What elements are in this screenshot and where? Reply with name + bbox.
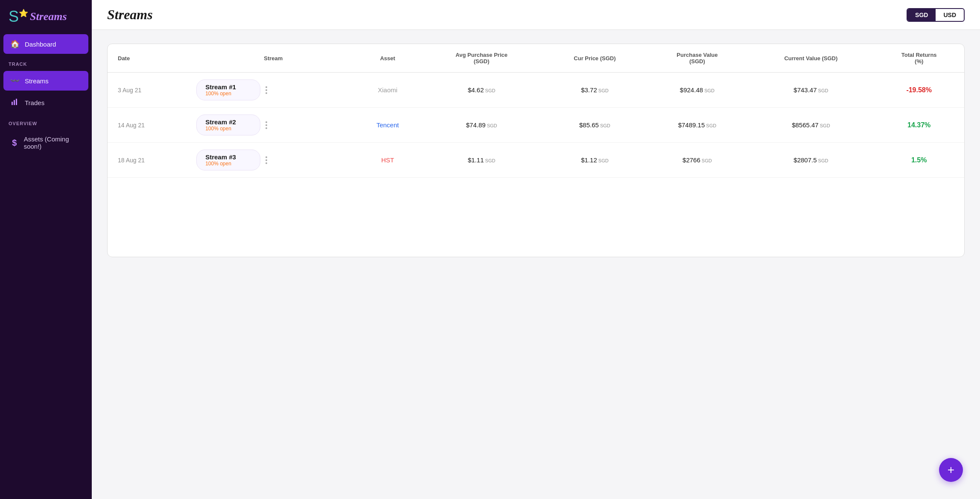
sidebar-section-overview: OVERVIEW (0, 114, 92, 129)
plus-icon: + (948, 463, 954, 477)
logo-star: ⭐ (19, 9, 28, 18)
cell-purchase-value-1: $7489.15 SGD (646, 108, 748, 143)
cell-asset-2: HST (355, 143, 420, 178)
table-row: 3 Aug 21 Stream #1 100% open Xiaomi $4.6… (108, 73, 964, 108)
purchase-value-val-2: $2766 (682, 156, 700, 164)
cur-price-val-0: $3.72 (581, 86, 597, 94)
stream-name-0: Stream #1 (205, 83, 236, 91)
returns-val-1: 14.37% (907, 121, 930, 129)
streams-content: Date Stream Asset Avg Purchase Price(SGD… (92, 30, 980, 499)
logo-icon: S (9, 8, 19, 26)
stream-name-2: Stream #3 (205, 153, 236, 161)
sidebar-item-label: Dashboard (25, 41, 56, 48)
sidebar-item-trades[interactable]: Trades (3, 92, 88, 113)
col-cur-price: Cur Price (SGD) (543, 44, 646, 73)
col-purchase-value: Purchase Value(SGD) (646, 44, 748, 73)
avg-price-val-2: $1.11 (468, 156, 484, 164)
stream-name-1: Stream #2 (205, 118, 236, 126)
asset-name-2: HST (381, 156, 394, 164)
cur-price-val-2: $1.12 (581, 156, 597, 164)
menu-dots-0[interactable] (264, 85, 269, 96)
cell-avg-price-0: $4.62 SGD (420, 73, 543, 108)
sidebar: S ⭐ Streams 🏠 Dashboard TRACK 〰️ Streams… (0, 0, 92, 499)
main-content: Streams SGD USD Date Stream Asset Avg Pu… (92, 0, 980, 499)
sidebar-item-streams[interactable]: 〰️ Streams (3, 71, 88, 91)
sidebar-section-track: TRACK (0, 55, 92, 70)
returns-val-2: 1.5% (911, 156, 927, 164)
assets-icon: $ (10, 138, 19, 148)
purchase-value-val-1: $7489.15 (678, 121, 705, 129)
home-icon: 🏠 (10, 39, 20, 49)
menu-dots-1[interactable] (264, 120, 269, 131)
table-row: 14 Aug 21 Stream #2 100% open Tencent $7… (108, 108, 964, 143)
col-asset: Asset (355, 44, 420, 73)
app-logo: S ⭐ Streams (0, 0, 92, 33)
stream-card-1[interactable]: Stream #2 100% open (196, 114, 260, 135)
current-value-val-1: $8565.47 (792, 121, 819, 129)
avg-price-val-0: $4.62 (468, 86, 484, 94)
asset-name-1: Tencent (376, 121, 399, 129)
purchase-value-val-0: $924.48 (680, 86, 703, 94)
streams-icon: 〰️ (10, 76, 20, 85)
col-stream: Stream (191, 44, 355, 73)
avg-price-val-1: $74.89 (466, 121, 486, 129)
returns-val-0: -19.58% (906, 86, 932, 94)
cell-date-2: 18 Aug 21 (108, 143, 191, 178)
cell-purchase-value-0: $924.48 SGD (646, 73, 748, 108)
cell-cur-price-1: $85.65 SGD (543, 108, 646, 143)
stream-status-0: 100% open (205, 91, 231, 97)
currency-toggle: SGD USD (907, 8, 965, 22)
trades-icon (10, 97, 20, 108)
cell-avg-price-1: $74.89 SGD (420, 108, 543, 143)
cell-asset-1: Tencent (355, 108, 420, 143)
currency-usd-button[interactable]: USD (936, 9, 964, 21)
table-header-row: Date Stream Asset Avg Purchase Price(SGD… (108, 44, 964, 73)
cell-avg-price-2: $1.11 SGD (420, 143, 543, 178)
col-total-returns: Total Returns(%) (874, 44, 964, 73)
cell-returns-1: 14.37% (874, 108, 964, 143)
cell-returns-2: 1.5% (874, 143, 964, 178)
cell-cur-price-2: $1.12 SGD (543, 143, 646, 178)
svg-rect-0 (12, 102, 13, 105)
main-header: Streams SGD USD (92, 0, 980, 30)
asset-name-0: Xiaomi (378, 86, 397, 94)
cell-current-value-1: $8565.47 SGD (748, 108, 874, 143)
cell-current-value-0: $743.47 SGD (748, 73, 874, 108)
cell-asset-0: Xiaomi (355, 73, 420, 108)
cell-date-0: 3 Aug 21 (108, 73, 191, 108)
svg-rect-2 (16, 99, 17, 105)
cell-stream-1[interactable]: Stream #2 100% open (191, 108, 355, 143)
table-row: 18 Aug 21 Stream #3 100% open HST $1.11 … (108, 143, 964, 178)
streams-table: Date Stream Asset Avg Purchase Price(SGD… (108, 44, 964, 178)
cell-cur-price-0: $3.72 SGD (543, 73, 646, 108)
cell-returns-0: -19.58% (874, 73, 964, 108)
menu-dots-2[interactable] (264, 155, 269, 166)
cur-price-val-1: $85.65 (579, 121, 599, 129)
add-stream-button[interactable]: + (939, 458, 963, 482)
cell-current-value-2: $2807.5 SGD (748, 143, 874, 178)
svg-rect-3 (18, 101, 18, 102)
stream-card-2[interactable]: Stream #3 100% open (196, 150, 260, 170)
cell-stream-0[interactable]: Stream #1 100% open (191, 73, 355, 108)
col-current-value: Current Value (SGD) (748, 44, 874, 73)
cell-date-1: 14 Aug 21 (108, 108, 191, 143)
stream-card-0[interactable]: Stream #1 100% open (196, 79, 260, 100)
sidebar-item-label: Assets (Coming soon!) (24, 135, 82, 150)
cell-purchase-value-2: $2766 SGD (646, 143, 748, 178)
sidebar-item-label: Streams (25, 77, 49, 85)
current-value-val-2: $2807.5 (793, 156, 817, 164)
col-date: Date (108, 44, 191, 73)
stream-status-1: 100% open (205, 126, 231, 132)
sidebar-item-dashboard[interactable]: 🏠 Dashboard (3, 34, 88, 54)
sidebar-item-assets[interactable]: $ Assets (Coming soon!) (3, 130, 88, 155)
cell-stream-2[interactable]: Stream #3 100% open (191, 143, 355, 178)
current-value-val-0: $743.47 (793, 86, 817, 94)
stream-status-2: 100% open (205, 161, 231, 167)
svg-rect-1 (14, 100, 15, 105)
page-title: Streams (107, 7, 153, 23)
app-name: Streams (30, 10, 67, 23)
currency-sgd-button[interactable]: SGD (907, 9, 936, 21)
streams-table-container: Date Stream Asset Avg Purchase Price(SGD… (107, 44, 965, 257)
col-avg-purchase-price: Avg Purchase Price(SGD) (420, 44, 543, 73)
sidebar-item-label: Trades (25, 99, 44, 106)
